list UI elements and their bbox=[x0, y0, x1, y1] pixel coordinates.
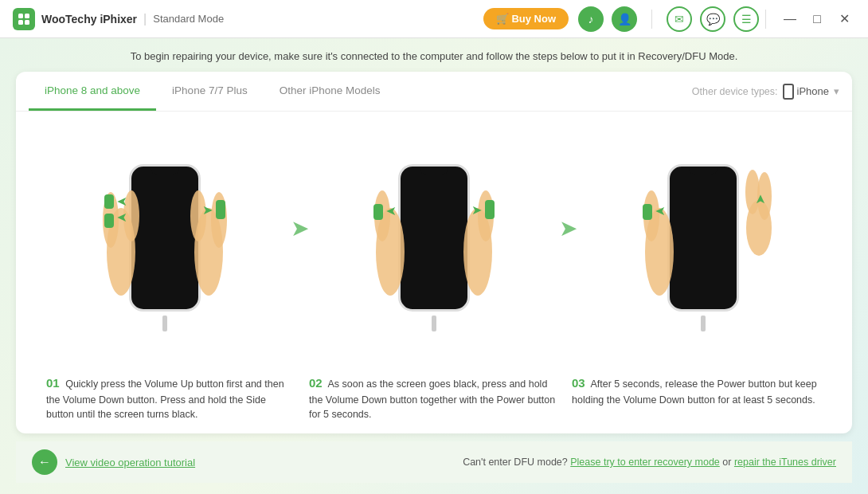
device-type-text: iPhone bbox=[797, 85, 829, 97]
app-logo bbox=[13, 8, 35, 30]
minimize-button[interactable]: — bbox=[779, 8, 801, 30]
phone-illus-2: ➤ ➤ bbox=[378, 156, 490, 331]
mail-icon[interactable]: ✉ bbox=[667, 6, 692, 32]
phone-illus-3: ➤ ➤ bbox=[647, 156, 759, 331]
close-button[interactable]: ✕ bbox=[833, 8, 855, 30]
app-mode: Standard Mode bbox=[153, 13, 224, 25]
tab-iphone8[interactable]: iPhone 8 and above bbox=[29, 72, 156, 111]
step-text-1: Quickly press the Volume Up button first… bbox=[46, 378, 284, 420]
phone-icon-small bbox=[783, 84, 794, 100]
dropdown-arrow: ▾ bbox=[834, 85, 839, 97]
steps-desc-row: 01 Quickly press the Volume Up button fi… bbox=[16, 368, 852, 433]
instruction-text: To begin repairing your device, make sur… bbox=[16, 49, 852, 64]
chat-icon[interactable]: 💬 bbox=[700, 6, 725, 32]
device-type-value: iPhone bbox=[783, 84, 829, 100]
titlebar: WooTechy iPhixer | Standard Mode 🛒 Buy N… bbox=[0, 0, 868, 38]
phone-step-3: ➤ ➤ bbox=[577, 156, 828, 331]
menu-icon[interactable]: ☰ bbox=[733, 6, 759, 32]
window-controls: — □ ✕ bbox=[779, 8, 855, 30]
step-num-2: 02 bbox=[309, 376, 323, 390]
step-desc-1: 01 Quickly press the Volume Up button fi… bbox=[40, 374, 303, 422]
or-text: or bbox=[722, 457, 731, 468]
buy-now-button[interactable]: 🛒 Buy Now bbox=[483, 8, 569, 29]
steps-container: ➤ ➤ ➤ ➤ bbox=[16, 112, 852, 433]
step-desc-2: 02 As soon as the screen goes black, pre… bbox=[303, 374, 565, 422]
step-text-2: As soon as the screen goes black, press … bbox=[309, 378, 555, 420]
tab-iphone77[interactable]: iPhone 7/7 Plus bbox=[156, 72, 264, 111]
tab-other[interactable]: Other iPhone Models bbox=[264, 72, 397, 111]
svg-point-18 bbox=[745, 170, 760, 214]
header-icons: ♪ 👤 ✉ 💬 ☰ bbox=[578, 6, 759, 32]
main-content: To begin repairing your device, make sur… bbox=[0, 38, 868, 494]
phones-row: ➤ ➤ ➤ ➤ bbox=[16, 112, 852, 368]
phone-illus-1: ➤ ➤ ➤ bbox=[109, 156, 221, 331]
arrow-1: ➤ bbox=[291, 215, 309, 241]
footer: ← View video operation tutorial Can't en… bbox=[16, 441, 852, 483]
device-type-selector[interactable]: Other device types: iPhone ▾ bbox=[692, 84, 839, 100]
main-card: iPhone 8 and above iPhone 7/7 Plus Other… bbox=[16, 72, 852, 433]
music-icon[interactable]: ♪ bbox=[578, 6, 604, 32]
phone-step-2: ➤ ➤ bbox=[309, 156, 560, 331]
title-separator: | bbox=[143, 12, 147, 26]
svg-rect-2 bbox=[18, 20, 23, 25]
step-num-3: 03 bbox=[572, 376, 585, 390]
svg-rect-0 bbox=[18, 14, 23, 18]
step-text-3: After 5 seconds, release the Power butto… bbox=[572, 378, 817, 406]
app-name: WooTechy iPhixer bbox=[41, 13, 137, 25]
phone-step-1: ➤ ➤ ➤ bbox=[40, 156, 291, 331]
back-button[interactable]: ← bbox=[32, 449, 57, 475]
cant-enter-text: Can't enter DFU mode? bbox=[463, 457, 568, 468]
restore-button[interactable]: □ bbox=[806, 8, 828, 30]
itunes-link[interactable]: repair the iTunes driver bbox=[734, 457, 836, 468]
step-desc-3: 03 After 5 seconds, release the Power bu… bbox=[565, 374, 828, 422]
tab-bar: iPhone 8 and above iPhone 7/7 Plus Other… bbox=[16, 72, 852, 112]
device-type-label: Other device types: bbox=[692, 86, 778, 97]
arrow-2: ➤ bbox=[559, 215, 577, 241]
step-num-1: 01 bbox=[46, 376, 60, 390]
footer-right: Can't enter DFU mode? Please try to ente… bbox=[463, 457, 836, 468]
user-icon[interactable]: 👤 bbox=[612, 6, 637, 32]
svg-rect-3 bbox=[25, 20, 29, 25]
svg-rect-1 bbox=[25, 14, 29, 18]
video-link[interactable]: View video operation tutorial bbox=[65, 457, 195, 469]
recovery-mode-link[interactable]: Please try to enter recovery mode bbox=[570, 457, 720, 468]
